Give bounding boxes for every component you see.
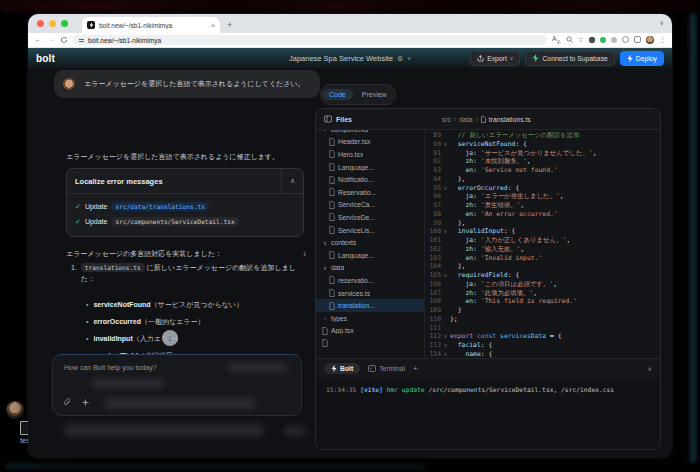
address-bar[interactable]: bolt.new/~/sb1-nikimimya: [73, 35, 547, 45]
chat-input[interactable]: How can Bolt help you today?: [52, 354, 302, 416]
plan-item[interactable]: ✓Updatesrc/components/ServiceDetail.tsx: [75, 214, 295, 229]
site-settings-icon[interactable]: [79, 39, 84, 42]
sparkles-icon[interactable]: [81, 398, 90, 407]
tab-preview[interactable]: Preview: [355, 89, 394, 100]
file-tree-item[interactable]: reservatio...: [316, 274, 424, 287]
files-panel-header[interactable]: Files: [316, 115, 432, 123]
fold-chevron-icon[interactable]: ∨: [441, 341, 450, 350]
fold-chevron-icon[interactable]: ∨: [441, 350, 450, 358]
terminal-collapse-icon[interactable]: ∨: [648, 365, 652, 372]
translate-icon[interactable]: Aあ: [552, 35, 561, 44]
fold-chevron-icon[interactable]: ∨: [441, 227, 450, 236]
chevron-down-icon[interactable]: ∨: [407, 56, 411, 61]
tree-item-label: ServiceLis...: [338, 227, 375, 234]
bolt-tab-label: Bolt: [340, 365, 353, 372]
file-tree-item[interactable]: Language...: [316, 161, 424, 174]
minimize-window-button[interactable]: [49, 20, 56, 27]
code-line: 96ja: 'エラーが発生しました。',: [425, 192, 660, 201]
fold-gutter: [441, 262, 450, 271]
file-tree-item[interactable]: ServiceCa...: [316, 199, 424, 212]
chevron-down-icon: ∨: [322, 130, 328, 132]
bullet-item: •invalidInput（入力エラー）: [86, 330, 302, 347]
file-tree-item[interactable]: Hero.tsx: [316, 148, 424, 161]
export-button[interactable]: Export ∨: [470, 51, 520, 66]
file-tree-item[interactable]: Notificatio...: [316, 173, 424, 186]
bookmark-star-icon[interactable]: ☆: [578, 36, 584, 43]
close-window-button[interactable]: [37, 20, 44, 27]
file-path-pill[interactable]: src/components/ServiceDetail.tsx: [111, 217, 238, 226]
file-icon: [322, 327, 328, 335]
new-tab-button[interactable]: +: [227, 20, 232, 30]
file-tree-item[interactable]: Header.tsx: [316, 136, 424, 149]
forward-icon[interactable]: →: [47, 36, 55, 44]
bolt-icon: [331, 365, 337, 372]
bolt-logo[interactable]: bolt: [36, 53, 55, 64]
code-text: en: 'Service not found.': [450, 166, 558, 175]
breadcrumb-data[interactable]: data: [459, 116, 472, 123]
scroll-to-bottom-button[interactable]: ↓: [162, 330, 178, 346]
tab-close-icon[interactable]: ×: [211, 22, 215, 29]
browser-tab[interactable]: bolt.new/~/sb1-nikimimya ×: [82, 17, 220, 33]
file-icon: [329, 163, 335, 171]
chevron-down-icon: ∨: [510, 55, 514, 61]
extension-icon-2[interactable]: [600, 37, 606, 43]
tree-item-label: translation...: [338, 302, 375, 309]
extension-icon-5[interactable]: [634, 36, 641, 43]
line-number: 103: [425, 254, 441, 263]
zoom-window-button[interactable]: [61, 20, 68, 27]
plan-item[interactable]: ✓Updatesrc/data/translations.ts: [75, 199, 295, 214]
file-tree-item[interactable]: translation...: [316, 299, 424, 312]
fold-gutter: [441, 157, 450, 166]
attach-icon[interactable]: [63, 398, 72, 407]
plan-card-header[interactable]: Localize error messages ∧: [67, 169, 303, 194]
deploy-button[interactable]: Deploy: [620, 51, 664, 66]
extension-icon-3[interactable]: [611, 37, 617, 43]
folder-item[interactable]: ›types: [316, 312, 424, 325]
fold-chevron-icon[interactable]: ∨: [441, 184, 450, 193]
extension-icon-1[interactable]: [589, 37, 595, 43]
code-text: ja: '入力が正しくありません。',: [450, 236, 570, 245]
connect-supabase-button[interactable]: Connect to Supabase: [525, 51, 614, 66]
new-terminal-button[interactable]: +: [413, 364, 418, 373]
back-icon[interactable]: ←: [34, 36, 42, 44]
file-path-pill[interactable]: src/data/translations.ts: [111, 202, 208, 211]
bullet-desc: （一般的なエラー）: [141, 318, 205, 325]
folder-item[interactable]: ∨contexts: [316, 236, 424, 249]
breadcrumb-file[interactable]: translations.ts: [481, 116, 531, 123]
file-tree-item[interactable]: [316, 337, 424, 350]
file-tree-item[interactable]: services.ts: [316, 287, 424, 300]
chevron-up-icon[interactable]: ∧: [281, 169, 295, 193]
code-editor[interactable]: 89// 新しいエラーメッセージの翻訳を追加90∨serviceNotFound…: [425, 130, 660, 358]
panel-collapse-icon[interactable]: ‹: [303, 248, 306, 259]
tab-code[interactable]: Code: [322, 89, 353, 100]
browser-tab-strip: bolt.new/~/sb1-nikimimya × + ∨: [28, 14, 672, 33]
code-line: 99},: [425, 219, 660, 228]
gear-icon[interactable]: ⚙: [397, 55, 403, 62]
bolt-terminal-tab[interactable]: Bolt: [324, 363, 360, 374]
breadcrumb-src[interactable]: src: [442, 116, 451, 123]
blurred-content: [284, 426, 306, 436]
terminal-tab[interactable]: Terminal: [368, 365, 405, 372]
file-tree-item[interactable]: Reservatio...: [316, 186, 424, 199]
tab-search-chevron-icon[interactable]: ∨: [660, 19, 664, 26]
file-tree-item[interactable]: Language...: [316, 249, 424, 262]
zoom-search-icon[interactable]: [566, 36, 573, 43]
fold-gutter: [441, 131, 450, 140]
fold-gutter: [441, 175, 450, 184]
file-tree-item[interactable]: ServiceLis...: [316, 224, 424, 237]
fold-chevron-icon[interactable]: ∨: [441, 332, 450, 341]
reload-icon[interactable]: [60, 36, 68, 44]
bolt-favicon-icon: [87, 21, 95, 29]
terminal-line: 15:34:35 [vite] hmr update /src/componen…: [326, 386, 614, 393]
terminal-output[interactable]: 15:34:35 [vite] hmr update /src/componen…: [316, 378, 660, 449]
fold-chevron-icon[interactable]: ∨: [441, 140, 450, 149]
file-tree-item[interactable]: App.tsx: [316, 325, 424, 338]
extension-icon-4[interactable]: [622, 36, 629, 43]
code-line: 91ja: 'サービスが見つかりませんでした。',: [425, 149, 660, 158]
file-tree-item[interactable]: ServiceDe...: [316, 211, 424, 224]
folder-item[interactable]: ∨data: [316, 262, 424, 275]
fold-chevron-icon[interactable]: ∨: [441, 271, 450, 280]
line-number: 107: [425, 289, 441, 298]
profile-avatar[interactable]: [646, 36, 654, 44]
browser-menu-icon[interactable]: ⋮: [659, 36, 666, 43]
